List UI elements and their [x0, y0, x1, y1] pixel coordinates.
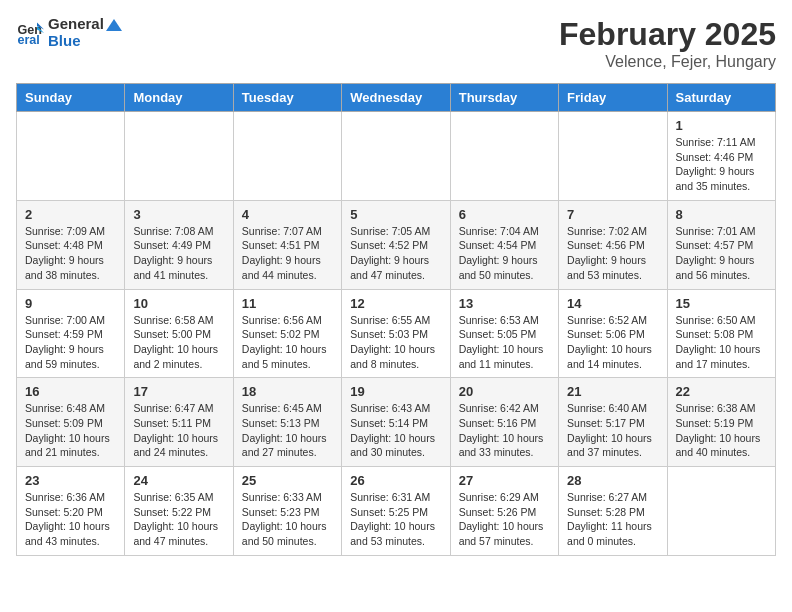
day-info: Sunrise: 6:53 AM Sunset: 5:05 PM Dayligh… — [459, 313, 550, 372]
day-info: Sunrise: 7:11 AM Sunset: 4:46 PM Dayligh… — [676, 135, 767, 194]
day-info: Sunrise: 6:27 AM Sunset: 5:28 PM Dayligh… — [567, 490, 658, 549]
day-info: Sunrise: 6:48 AM Sunset: 5:09 PM Dayligh… — [25, 401, 116, 460]
calendar-cell: 16Sunrise: 6:48 AM Sunset: 5:09 PM Dayli… — [17, 378, 125, 467]
logo-icon: Gen eral — [16, 19, 44, 47]
calendar-cell: 27Sunrise: 6:29 AM Sunset: 5:26 PM Dayli… — [450, 467, 558, 556]
day-number: 22 — [676, 384, 767, 399]
calendar-cell: 25Sunrise: 6:33 AM Sunset: 5:23 PM Dayli… — [233, 467, 341, 556]
day-info: Sunrise: 6:50 AM Sunset: 5:08 PM Dayligh… — [676, 313, 767, 372]
calendar-cell: 26Sunrise: 6:31 AM Sunset: 5:25 PM Dayli… — [342, 467, 450, 556]
calendar-week-1: 1Sunrise: 7:11 AM Sunset: 4:46 PM Daylig… — [17, 112, 776, 201]
day-info: Sunrise: 6:45 AM Sunset: 5:13 PM Dayligh… — [242, 401, 333, 460]
day-info: Sunrise: 7:04 AM Sunset: 4:54 PM Dayligh… — [459, 224, 550, 283]
calendar-cell: 17Sunrise: 6:47 AM Sunset: 5:11 PM Dayli… — [125, 378, 233, 467]
day-number: 10 — [133, 296, 224, 311]
day-info: Sunrise: 6:33 AM Sunset: 5:23 PM Dayligh… — [242, 490, 333, 549]
calendar-cell — [233, 112, 341, 201]
day-number: 21 — [567, 384, 658, 399]
day-number: 3 — [133, 207, 224, 222]
day-info: Sunrise: 6:58 AM Sunset: 5:00 PM Dayligh… — [133, 313, 224, 372]
day-info: Sunrise: 6:42 AM Sunset: 5:16 PM Dayligh… — [459, 401, 550, 460]
calendar-cell: 3Sunrise: 7:08 AM Sunset: 4:49 PM Daylig… — [125, 200, 233, 289]
day-info: Sunrise: 6:56 AM Sunset: 5:02 PM Dayligh… — [242, 313, 333, 372]
day-number: 7 — [567, 207, 658, 222]
logo: Gen eral General Blue — [16, 16, 124, 50]
day-number: 13 — [459, 296, 550, 311]
day-info: Sunrise: 7:00 AM Sunset: 4:59 PM Dayligh… — [25, 313, 116, 372]
calendar-cell: 21Sunrise: 6:40 AM Sunset: 5:17 PM Dayli… — [559, 378, 667, 467]
day-info: Sunrise: 6:29 AM Sunset: 5:26 PM Dayligh… — [459, 490, 550, 549]
day-info: Sunrise: 7:01 AM Sunset: 4:57 PM Dayligh… — [676, 224, 767, 283]
day-info: Sunrise: 7:07 AM Sunset: 4:51 PM Dayligh… — [242, 224, 333, 283]
day-number: 1 — [676, 118, 767, 133]
day-number: 6 — [459, 207, 550, 222]
day-info: Sunrise: 7:08 AM Sunset: 4:49 PM Dayligh… — [133, 224, 224, 283]
day-info: Sunrise: 6:43 AM Sunset: 5:14 PM Dayligh… — [350, 401, 441, 460]
calendar-week-4: 16Sunrise: 6:48 AM Sunset: 5:09 PM Dayli… — [17, 378, 776, 467]
day-number: 12 — [350, 296, 441, 311]
svg-marker-4 — [106, 19, 122, 31]
weekday-header-saturday: Saturday — [667, 84, 775, 112]
calendar-header-row: SundayMondayTuesdayWednesdayThursdayFrid… — [17, 84, 776, 112]
calendar-table: SundayMondayTuesdayWednesdayThursdayFrid… — [16, 83, 776, 556]
weekday-header-friday: Friday — [559, 84, 667, 112]
calendar-cell: 24Sunrise: 6:35 AM Sunset: 5:22 PM Dayli… — [125, 467, 233, 556]
day-number: 19 — [350, 384, 441, 399]
day-number: 25 — [242, 473, 333, 488]
day-info: Sunrise: 6:40 AM Sunset: 5:17 PM Dayligh… — [567, 401, 658, 460]
day-number: 8 — [676, 207, 767, 222]
calendar-cell: 13Sunrise: 6:53 AM Sunset: 5:05 PM Dayli… — [450, 289, 558, 378]
calendar-cell: 9Sunrise: 7:00 AM Sunset: 4:59 PM Daylig… — [17, 289, 125, 378]
day-info: Sunrise: 7:05 AM Sunset: 4:52 PM Dayligh… — [350, 224, 441, 283]
calendar-cell — [125, 112, 233, 201]
month-title: February 2025 — [559, 16, 776, 53]
weekday-header-sunday: Sunday — [17, 84, 125, 112]
page-header: Gen eral General Blue February 2025 Vele… — [16, 16, 776, 71]
calendar-cell: 12Sunrise: 6:55 AM Sunset: 5:03 PM Dayli… — [342, 289, 450, 378]
calendar-cell: 14Sunrise: 6:52 AM Sunset: 5:06 PM Dayli… — [559, 289, 667, 378]
logo-line2: Blue — [48, 33, 124, 50]
weekday-header-monday: Monday — [125, 84, 233, 112]
day-number: 27 — [459, 473, 550, 488]
weekday-header-wednesday: Wednesday — [342, 84, 450, 112]
svg-text:eral: eral — [17, 33, 39, 47]
calendar-cell: 2Sunrise: 7:09 AM Sunset: 4:48 PM Daylig… — [17, 200, 125, 289]
day-info: Sunrise: 6:47 AM Sunset: 5:11 PM Dayligh… — [133, 401, 224, 460]
calendar-cell: 23Sunrise: 6:36 AM Sunset: 5:20 PM Dayli… — [17, 467, 125, 556]
calendar-week-2: 2Sunrise: 7:09 AM Sunset: 4:48 PM Daylig… — [17, 200, 776, 289]
day-info: Sunrise: 6:31 AM Sunset: 5:25 PM Dayligh… — [350, 490, 441, 549]
calendar-cell: 5Sunrise: 7:05 AM Sunset: 4:52 PM Daylig… — [342, 200, 450, 289]
calendar-week-5: 23Sunrise: 6:36 AM Sunset: 5:20 PM Dayli… — [17, 467, 776, 556]
day-info: Sunrise: 6:35 AM Sunset: 5:22 PM Dayligh… — [133, 490, 224, 549]
day-number: 2 — [25, 207, 116, 222]
day-number: 28 — [567, 473, 658, 488]
day-info: Sunrise: 7:09 AM Sunset: 4:48 PM Dayligh… — [25, 224, 116, 283]
calendar-cell: 15Sunrise: 6:50 AM Sunset: 5:08 PM Dayli… — [667, 289, 775, 378]
calendar-week-3: 9Sunrise: 7:00 AM Sunset: 4:59 PM Daylig… — [17, 289, 776, 378]
title-area: February 2025 Velence, Fejer, Hungary — [559, 16, 776, 71]
day-number: 15 — [676, 296, 767, 311]
calendar-cell: 18Sunrise: 6:45 AM Sunset: 5:13 PM Dayli… — [233, 378, 341, 467]
calendar-cell — [667, 467, 775, 556]
day-info: Sunrise: 6:55 AM Sunset: 5:03 PM Dayligh… — [350, 313, 441, 372]
day-number: 9 — [25, 296, 116, 311]
day-info: Sunrise: 7:02 AM Sunset: 4:56 PM Dayligh… — [567, 224, 658, 283]
calendar-cell: 28Sunrise: 6:27 AM Sunset: 5:28 PM Dayli… — [559, 467, 667, 556]
day-number: 14 — [567, 296, 658, 311]
day-number: 26 — [350, 473, 441, 488]
calendar-cell — [17, 112, 125, 201]
calendar-cell: 11Sunrise: 6:56 AM Sunset: 5:02 PM Dayli… — [233, 289, 341, 378]
day-number: 24 — [133, 473, 224, 488]
day-number: 18 — [242, 384, 333, 399]
day-number: 20 — [459, 384, 550, 399]
calendar-cell: 7Sunrise: 7:02 AM Sunset: 4:56 PM Daylig… — [559, 200, 667, 289]
calendar-cell: 6Sunrise: 7:04 AM Sunset: 4:54 PM Daylig… — [450, 200, 558, 289]
location-subtitle: Velence, Fejer, Hungary — [559, 53, 776, 71]
calendar-cell: 8Sunrise: 7:01 AM Sunset: 4:57 PM Daylig… — [667, 200, 775, 289]
day-number: 11 — [242, 296, 333, 311]
calendar-cell — [450, 112, 558, 201]
calendar-cell — [559, 112, 667, 201]
day-number: 16 — [25, 384, 116, 399]
calendar-cell: 22Sunrise: 6:38 AM Sunset: 5:19 PM Dayli… — [667, 378, 775, 467]
day-info: Sunrise: 6:36 AM Sunset: 5:20 PM Dayligh… — [25, 490, 116, 549]
